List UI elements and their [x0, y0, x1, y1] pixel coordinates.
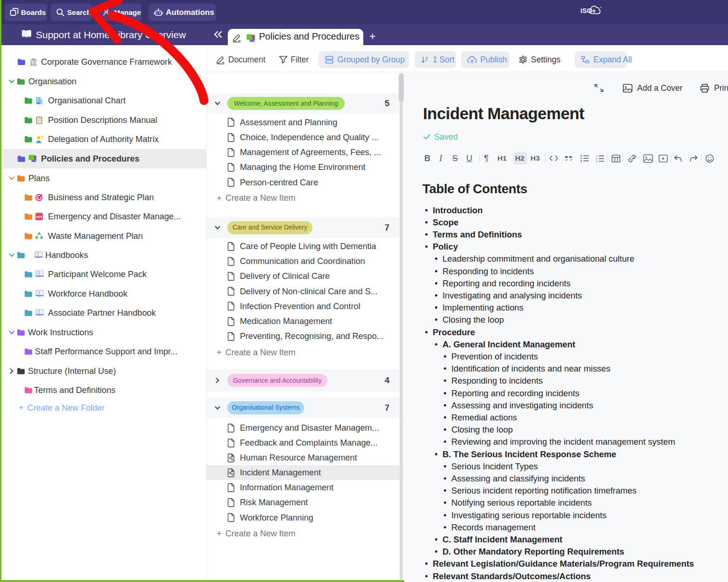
svg-text:3: 3 [596, 160, 597, 162]
svg-text:SOS: SOS [36, 215, 42, 218]
